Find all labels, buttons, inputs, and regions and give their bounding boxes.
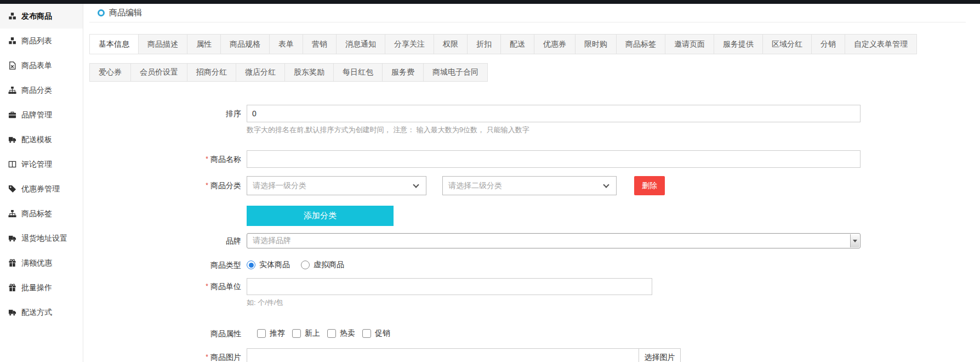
sidebar-item-return-address[interactable]: 退货地址设置 (0, 226, 83, 251)
file-excel-icon (8, 61, 16, 70)
product-image-label: 商品图片 (210, 353, 241, 361)
tab-coupon[interactable]: 优惠券 (534, 35, 576, 54)
tab-flash-sale[interactable]: 限时购 (576, 35, 617, 54)
tab-basic-info[interactable]: 基本信息 (90, 35, 139, 54)
sidebar-item-delivery-template[interactable]: 配送模板 (0, 127, 83, 152)
sidebar-item-publish-product[interactable]: 发布商品 (0, 4, 83, 29)
tab-daily-redpacket[interactable]: 每日红包 (334, 64, 383, 81)
page-header: 商品编辑 (89, 4, 966, 22)
sidebar-item-product-list[interactable]: 商品列表 (0, 29, 83, 53)
brand-select[interactable]: 请选择品牌 (247, 233, 861, 248)
radio-label: 实体商品 (259, 260, 290, 270)
checkbox-option-hot[interactable]: 热卖 (327, 329, 355, 338)
required-asterisk: * (206, 155, 208, 163)
page-title: 商品编辑 (109, 8, 142, 18)
tab-member-price[interactable]: 会员价设置 (131, 64, 187, 81)
sidebar-item-full-discount[interactable]: 满额优惠 (0, 251, 83, 275)
sidebar-item-label: 商品分类 (21, 86, 52, 95)
sidebar-item-label: 配送模板 (21, 135, 52, 145)
sidebar-item-batch-ops[interactable]: 批量操作 (0, 275, 83, 300)
sidebar-item-coupon-mgmt[interactable]: 优惠券管理 (0, 177, 83, 201)
checkbox-label: 促销 (375, 329, 390, 338)
truck-icon (8, 234, 16, 242)
radio-checked-icon[interactable] (247, 261, 255, 269)
truck-icon (8, 135, 16, 144)
checkbox-unchecked-icon[interactable] (257, 329, 266, 338)
sort-input[interactable] (247, 105, 861, 122)
required-asterisk: * (206, 182, 208, 189)
checkbox-option-new[interactable]: 新上 (292, 329, 320, 338)
product-image-row: *商品图片 选择图片 (83, 348, 980, 362)
sidebar-item-label: 发布商品 (21, 12, 52, 21)
product-name-input[interactable] (247, 150, 861, 168)
checkbox-option-recommend[interactable]: 推荐 (257, 329, 285, 338)
radio-option-virtual[interactable]: 虚拟商品 (301, 260, 344, 270)
checkbox-label: 新上 (305, 329, 320, 338)
sidebar-item-product-tags[interactable]: 商品标签 (0, 201, 83, 226)
sidebar-item-comment-mgmt[interactable]: 评论管理 (0, 152, 83, 177)
tab-region-dividend[interactable]: 区域分红 (763, 35, 812, 54)
sitemap-icon (8, 86, 16, 94)
sidebar-item-label: 退货地址设置 (21, 234, 67, 244)
tab-product-desc[interactable]: 商品描述 (139, 35, 187, 54)
tab-permissions[interactable]: 权限 (434, 35, 468, 54)
truck-icon (8, 308, 16, 316)
chevron-down-icon (413, 182, 419, 188)
cubes-icon (8, 37, 16, 45)
tab-service-provide[interactable]: 服务提供 (714, 35, 763, 54)
radio-unchecked-icon[interactable] (301, 261, 310, 269)
category-label: 商品分类 (210, 181, 241, 190)
sort-label: 排序 (83, 105, 247, 122)
delete-category-button[interactable]: 删除 (634, 176, 665, 195)
radio-option-physical[interactable]: 实体商品 (247, 260, 290, 270)
sidebar-item-product-category[interactable]: 商品分类 (0, 78, 83, 103)
category-level2-select[interactable]: 请选择二级分类 (442, 176, 617, 195)
tab-bar-row1: 基本信息 商品描述 属性 商品规格 表单 营销 消息通知 分享关注 权限 折扣 … (89, 34, 980, 54)
tab-distribution[interactable]: 分销 (812, 35, 845, 54)
sidebar-item-product-form[interactable]: 商品表单 (0, 53, 83, 78)
checkbox-option-promo[interactable]: 促销 (362, 329, 390, 338)
tab-attributes[interactable]: 属性 (187, 35, 221, 54)
required-asterisk: * (206, 353, 208, 361)
tab-notifications[interactable]: 消息通知 (337, 35, 385, 54)
product-edit-form: 排序 数字大的排名在前,默认排序方式为创建时间， 注意： 输入最大数为9位数， … (83, 105, 980, 362)
tab-marketing[interactable]: 营销 (303, 35, 337, 54)
sidebar-item-label: 批量操作 (21, 283, 52, 293)
category-level1-select[interactable]: 请选择一级分类 (247, 176, 426, 195)
tab-form[interactable]: 表单 (270, 35, 303, 54)
product-attributes-label: 商品属性 (83, 329, 247, 338)
product-image-input[interactable] (247, 349, 639, 362)
tab-delivery[interactable]: 配送 (501, 35, 534, 54)
add-category-row: 添加分类 (83, 206, 980, 226)
checkbox-unchecked-icon[interactable] (362, 329, 371, 338)
product-unit-row: *商品单位 如: 个/件/包 (83, 278, 980, 308)
select-image-button[interactable]: 选择图片 (639, 349, 680, 362)
tab-service-fee[interactable]: 服务费 (383, 64, 424, 81)
tab-merchant-dividend[interactable]: 招商分红 (187, 64, 236, 81)
tab-microshop-dividend[interactable]: 微店分红 (236, 64, 285, 81)
sidebar: 发布商品 商品列表 商品表单 商品分类 品牌管理 配送模板 评论管理 优惠券管 (0, 4, 83, 362)
tab-product-spec[interactable]: 商品规格 (221, 35, 270, 54)
tab-invite-page[interactable]: 邀请页面 (665, 35, 714, 54)
product-unit-input[interactable] (247, 278, 652, 295)
sort-hint: 数字大的排名在前,默认排序方式为创建时间， 注意： 输入最大数为9位数， 只能输… (247, 125, 861, 135)
tab-custom-form-mgmt[interactable]: 自定义表单管理 (845, 35, 916, 54)
sidebar-item-brand-mgmt[interactable]: 品牌管理 (0, 103, 83, 127)
category-level2-placeholder: 请选择二级分类 (448, 181, 502, 191)
sidebar-item-label: 满额优惠 (21, 258, 52, 268)
checkbox-unchecked-icon[interactable] (327, 329, 336, 338)
add-category-button[interactable]: 添加分类 (247, 206, 394, 226)
product-unit-label: 商品单位 (210, 282, 241, 291)
tab-mall-econtract[interactable]: 商城电子合同 (424, 64, 487, 81)
select-dropdown-button[interactable] (850, 234, 859, 247)
tab-love-coupon[interactable]: 爱心券 (90, 64, 131, 81)
sidebar-item-delivery-method[interactable]: 配送方式 (0, 300, 83, 325)
checkbox-unchecked-icon[interactable] (292, 329, 301, 338)
tab-discount[interactable]: 折扣 (468, 35, 501, 54)
main-content: 商品编辑 基本信息 商品描述 属性 商品规格 表单 营销 消息通知 分享关注 权… (83, 4, 980, 362)
tab-share-follow[interactable]: 分享关注 (385, 35, 434, 54)
sidebar-item-label: 配送方式 (21, 308, 52, 318)
tab-product-tags[interactable]: 商品标签 (617, 35, 665, 54)
tab-shareholder-reward[interactable]: 股东奖励 (285, 64, 334, 81)
checkbox-label: 热卖 (340, 329, 355, 338)
